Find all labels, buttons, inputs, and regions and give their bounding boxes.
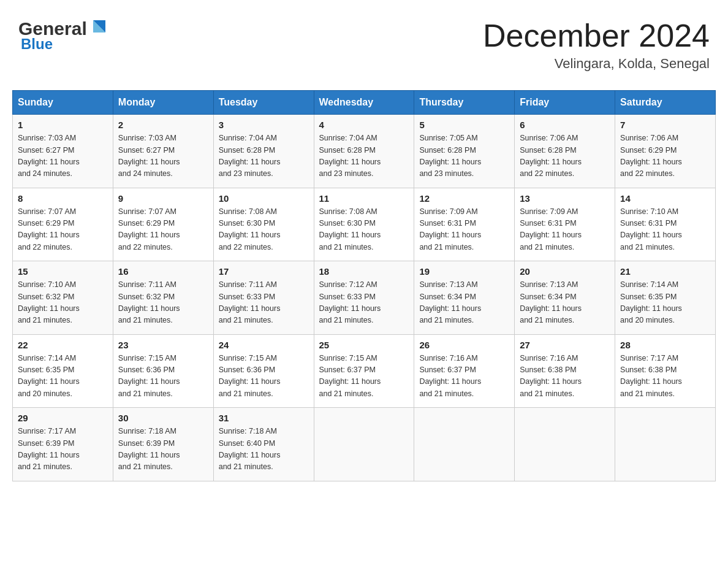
col-header-wednesday: Wednesday	[314, 91, 414, 115]
day-info: Sunrise: 7:11 AMSunset: 6:33 PMDaylight:…	[219, 279, 309, 327]
day-number: 13	[520, 193, 610, 204]
table-row: 19 Sunrise: 7:13 AMSunset: 6:34 PMDaylig…	[414, 261, 515, 335]
day-info: Sunrise: 7:08 AMSunset: 6:30 PMDaylight:…	[219, 206, 309, 254]
calendar-table: SundayMondayTuesdayWednesdayThursdayFrid…	[12, 90, 716, 481]
day-number: 22	[18, 340, 108, 350]
day-info: Sunrise: 7:07 AMSunset: 6:29 PMDaylight:…	[18, 206, 108, 254]
col-header-tuesday: Tuesday	[213, 91, 314, 115]
day-info: Sunrise: 7:15 AMSunset: 6:36 PMDaylight:…	[118, 353, 208, 400]
table-row: 3 Sunrise: 7:04 AMSunset: 6:28 PMDayligh…	[213, 115, 314, 188]
day-number: 23	[118, 340, 208, 350]
day-info: Sunrise: 7:06 AMSunset: 6:28 PMDaylight:…	[520, 132, 610, 180]
day-info: Sunrise: 7:15 AMSunset: 6:36 PMDaylight:…	[219, 353, 309, 400]
table-row: 31 Sunrise: 7:18 AMSunset: 6:40 PMDaylig…	[213, 408, 314, 481]
table-row: 16 Sunrise: 7:11 AMSunset: 6:32 PMDaylig…	[113, 261, 213, 335]
day-info: Sunrise: 7:18 AMSunset: 6:40 PMDaylight:…	[219, 426, 309, 473]
table-row: 14 Sunrise: 7:10 AMSunset: 6:31 PMDaylig…	[615, 188, 716, 261]
table-row: 21 Sunrise: 7:14 AMSunset: 6:35 PMDaylig…	[615, 261, 716, 335]
day-info: Sunrise: 7:16 AMSunset: 6:38 PMDaylight:…	[520, 353, 610, 400]
table-row: 6 Sunrise: 7:06 AMSunset: 6:28 PMDayligh…	[515, 115, 615, 188]
week-row-4: 22 Sunrise: 7:14 AMSunset: 6:35 PMDaylig…	[13, 334, 716, 408]
table-row: 15 Sunrise: 7:10 AMSunset: 6:32 PMDaylig…	[13, 261, 113, 335]
day-number: 14	[620, 193, 710, 204]
table-row: 25 Sunrise: 7:15 AMSunset: 6:37 PMDaylig…	[314, 334, 414, 408]
day-info: Sunrise: 7:03 AMSunset: 6:27 PMDaylight:…	[18, 132, 108, 180]
table-row: 7 Sunrise: 7:06 AMSunset: 6:29 PMDayligh…	[615, 115, 716, 188]
day-info: Sunrise: 7:04 AMSunset: 6:28 PMDaylight:…	[219, 132, 309, 180]
table-row: 12 Sunrise: 7:09 AMSunset: 6:31 PMDaylig…	[414, 188, 515, 261]
day-info: Sunrise: 7:11 AMSunset: 6:32 PMDaylight:…	[118, 279, 208, 327]
table-row: 30 Sunrise: 7:18 AMSunset: 6:39 PMDaylig…	[113, 408, 213, 481]
day-info: Sunrise: 7:17 AMSunset: 6:38 PMDaylight:…	[620, 353, 710, 400]
logo: General Blue	[18, 18, 110, 53]
col-header-sunday: Sunday	[13, 91, 113, 115]
table-row: 8 Sunrise: 7:07 AMSunset: 6:29 PMDayligh…	[13, 188, 113, 261]
day-number: 5	[419, 120, 509, 130]
day-info: Sunrise: 7:13 AMSunset: 6:34 PMDaylight:…	[419, 279, 509, 327]
day-number: 7	[620, 120, 710, 130]
day-number: 8	[18, 193, 108, 204]
day-number: 4	[319, 120, 409, 130]
day-number: 26	[419, 340, 509, 350]
day-number: 18	[319, 266, 409, 277]
day-info: Sunrise: 7:13 AMSunset: 6:34 PMDaylight:…	[520, 279, 610, 327]
col-header-monday: Monday	[113, 91, 213, 115]
table-row: 24 Sunrise: 7:15 AMSunset: 6:36 PMDaylig…	[213, 334, 314, 408]
title-block: December 2024 Velingara, Kolda, Senegal	[483, 18, 710, 72]
day-number: 15	[18, 266, 108, 277]
table-row: 18 Sunrise: 7:12 AMSunset: 6:33 PMDaylig…	[314, 261, 414, 335]
table-row	[314, 408, 414, 481]
month-title: December 2024	[483, 18, 710, 53]
col-header-thursday: Thursday	[414, 91, 515, 115]
day-number: 29	[18, 413, 108, 423]
table-row: 1 Sunrise: 7:03 AMSunset: 6:27 PMDayligh…	[13, 115, 113, 188]
table-row: 28 Sunrise: 7:17 AMSunset: 6:38 PMDaylig…	[615, 334, 716, 408]
day-info: Sunrise: 7:18 AMSunset: 6:39 PMDaylight:…	[118, 426, 208, 473]
table-row: 9 Sunrise: 7:07 AMSunset: 6:29 PMDayligh…	[113, 188, 213, 261]
day-number: 17	[219, 266, 309, 277]
table-row	[414, 408, 515, 481]
day-info: Sunrise: 7:04 AMSunset: 6:28 PMDaylight:…	[319, 132, 409, 180]
day-info: Sunrise: 7:10 AMSunset: 6:32 PMDaylight:…	[18, 279, 108, 327]
day-info: Sunrise: 7:12 AMSunset: 6:33 PMDaylight:…	[319, 279, 409, 327]
table-row: 10 Sunrise: 7:08 AMSunset: 6:30 PMDaylig…	[213, 188, 314, 261]
day-info: Sunrise: 7:14 AMSunset: 6:35 PMDaylight:…	[18, 353, 108, 400]
day-number: 2	[118, 120, 208, 130]
day-number: 30	[118, 413, 208, 423]
table-row: 26 Sunrise: 7:16 AMSunset: 6:37 PMDaylig…	[414, 334, 515, 408]
week-row-2: 8 Sunrise: 7:07 AMSunset: 6:29 PMDayligh…	[13, 188, 716, 261]
day-number: 27	[520, 340, 610, 350]
day-number: 28	[620, 340, 710, 350]
day-number: 19	[419, 266, 509, 277]
page-header: General Blue December 2024 Velingara, Ko…	[12, 12, 716, 78]
day-info: Sunrise: 7:08 AMSunset: 6:30 PMDaylight:…	[319, 206, 409, 254]
day-info: Sunrise: 7:17 AMSunset: 6:39 PMDaylight:…	[18, 426, 108, 473]
day-number: 9	[118, 193, 208, 204]
table-row: 4 Sunrise: 7:04 AMSunset: 6:28 PMDayligh…	[314, 115, 414, 188]
col-header-friday: Friday	[515, 91, 615, 115]
week-row-3: 15 Sunrise: 7:10 AMSunset: 6:32 PMDaylig…	[13, 261, 716, 335]
day-number: 1	[18, 120, 108, 130]
day-number: 24	[219, 340, 309, 350]
week-row-1: 1 Sunrise: 7:03 AMSunset: 6:27 PMDayligh…	[13, 115, 716, 188]
table-row: 17 Sunrise: 7:11 AMSunset: 6:33 PMDaylig…	[213, 261, 314, 335]
day-info: Sunrise: 7:05 AMSunset: 6:28 PMDaylight:…	[419, 132, 509, 180]
day-number: 25	[319, 340, 409, 350]
day-info: Sunrise: 7:14 AMSunset: 6:35 PMDaylight:…	[620, 279, 710, 327]
day-number: 31	[219, 413, 309, 423]
header-row: SundayMondayTuesdayWednesdayThursdayFrid…	[13, 91, 716, 115]
day-info: Sunrise: 7:10 AMSunset: 6:31 PMDaylight:…	[620, 206, 710, 254]
day-number: 10	[219, 193, 309, 204]
table-row: 2 Sunrise: 7:03 AMSunset: 6:27 PMDayligh…	[113, 115, 213, 188]
col-header-saturday: Saturday	[615, 91, 716, 115]
day-number: 6	[520, 120, 610, 130]
day-number: 21	[620, 266, 710, 277]
day-number: 11	[319, 193, 409, 204]
week-row-5: 29 Sunrise: 7:17 AMSunset: 6:39 PMDaylig…	[13, 408, 716, 481]
table-row: 5 Sunrise: 7:05 AMSunset: 6:28 PMDayligh…	[414, 115, 515, 188]
day-number: 16	[118, 266, 208, 277]
logo-icon	[88, 17, 110, 39]
logo-blue-text: Blue	[21, 36, 53, 53]
day-info: Sunrise: 7:07 AMSunset: 6:29 PMDaylight:…	[118, 206, 208, 254]
day-number: 20	[520, 266, 610, 277]
